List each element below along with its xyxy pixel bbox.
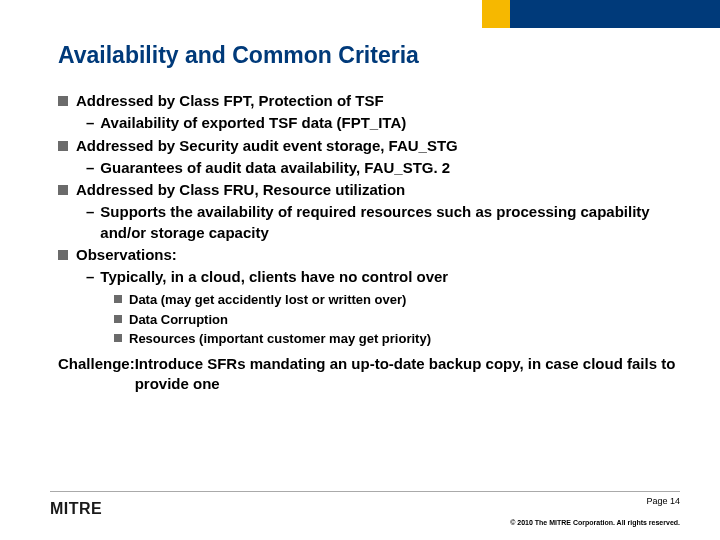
square-bullet-icon xyxy=(114,295,122,303)
mitre-logo: MITRE xyxy=(50,500,102,518)
bullet-text: Data Corruption xyxy=(129,311,228,329)
square-bullet-icon xyxy=(114,315,122,323)
bullet-text: Data (may get accidently lost or written… xyxy=(129,291,406,309)
slide-title: Availability and Common Criteria xyxy=(58,42,680,69)
bullet-level3: Data (may get accidently lost or written… xyxy=(114,291,680,309)
bullet-text: Availability of exported TSF data (FPT_I… xyxy=(100,113,406,133)
bullet-text: Typically, in a cloud, clients have no c… xyxy=(100,267,448,287)
bullet-level2: – Guarantees of audit data availability,… xyxy=(86,158,680,178)
bullet-text: Resources (important customer may get pr… xyxy=(129,330,431,348)
bullet-level3: Resources (important customer may get pr… xyxy=(114,330,680,348)
square-bullet-icon xyxy=(58,141,68,151)
bullet-text: Observations: xyxy=(76,245,177,265)
square-bullet-icon xyxy=(58,250,68,260)
page-number: Page 14 xyxy=(646,496,680,506)
bullet-level2: – Typically, in a cloud, clients have no… xyxy=(86,267,680,287)
square-bullet-icon xyxy=(114,334,122,342)
bullet-text: Addressed by Class FPT, Protection of TS… xyxy=(76,91,384,111)
slide-content: Availability and Common Criteria Address… xyxy=(58,42,680,394)
bullet-level3: Data Corruption xyxy=(114,311,680,329)
dash-bullet-icon: – xyxy=(86,202,94,243)
challenge-label: Challenge: xyxy=(58,354,135,395)
bullet-text: Guarantees of audit data availability, F… xyxy=(100,158,450,178)
dash-bullet-icon: – xyxy=(86,267,94,287)
bullet-level3-group: Data (may get accidently lost or written… xyxy=(114,291,680,348)
bullet-text: Addressed by Security audit event storag… xyxy=(76,136,458,156)
bullet-text: Supports the availability of required re… xyxy=(100,202,680,243)
square-bullet-icon xyxy=(58,185,68,195)
bullet-text: Addressed by Class FRU, Resource utiliza… xyxy=(76,180,405,200)
footer-divider xyxy=(50,491,680,492)
bullet-level1: Addressed by Class FRU, Resource utiliza… xyxy=(58,180,680,200)
copyright-text: © 2010 The MITRE Corporation. All rights… xyxy=(510,519,680,526)
bullet-level1: Observations: xyxy=(58,245,680,265)
top-accent-bar xyxy=(482,0,720,28)
accent-yellow-square xyxy=(482,0,510,28)
bullet-list: Addressed by Class FPT, Protection of TS… xyxy=(58,91,680,394)
bullet-level2: – Supports the availability of required … xyxy=(86,202,680,243)
bullet-level2: – Availability of exported TSF data (FPT… xyxy=(86,113,680,133)
dash-bullet-icon: – xyxy=(86,113,94,133)
bullet-level1: Addressed by Security audit event storag… xyxy=(58,136,680,156)
bullet-level1: Addressed by Class FPT, Protection of TS… xyxy=(58,91,680,111)
page-label: Page xyxy=(646,496,670,506)
page-num-value: 14 xyxy=(670,496,680,506)
challenge-line: Challenge: Introduce SFRs mandating an u… xyxy=(58,354,680,395)
logo-text: MITRE xyxy=(50,500,102,517)
challenge-text: Introduce SFRs mandating an up-to-date b… xyxy=(135,354,680,395)
accent-blue-bar xyxy=(510,0,720,28)
square-bullet-icon xyxy=(58,96,68,106)
dash-bullet-icon: – xyxy=(86,158,94,178)
